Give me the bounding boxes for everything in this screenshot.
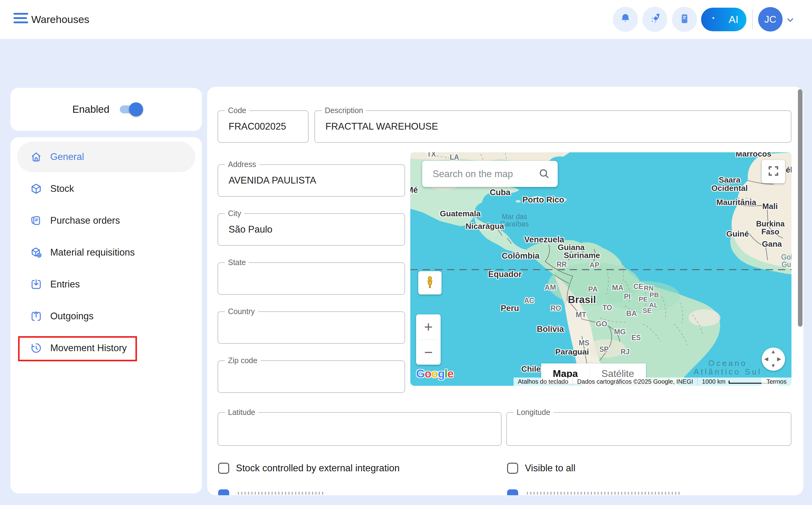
cube-plus-icon — [30, 246, 42, 259]
keyboard-shortcuts-link[interactable]: Atalhos do teclado — [514, 378, 573, 385]
sidebar-item-general[interactable]: General — [17, 142, 195, 172]
street-view-pegman-button[interactable] — [418, 271, 441, 295]
checkbox-checked-partial[interactable] — [507, 489, 518, 495]
clipped-label-fragment — [527, 492, 680, 495]
header-divider — [752, 9, 753, 29]
code-field-value: FRAC002025 — [218, 121, 286, 132]
sidebar-item-movement-history[interactable]: Movement History — [17, 333, 195, 363]
sparkle-icon: ✦ — [712, 16, 715, 20]
top-bar: Warehouses ✦ AI JC — [0, 0, 812, 39]
google-map[interactable]: TXLAMéCubaPorto RicoGuatemalaMar dasCara… — [410, 152, 792, 386]
enabled-label: Enabled — [72, 104, 110, 115]
ai-label: AI — [729, 13, 739, 25]
map-search-input[interactable]: Search on the map — [433, 169, 538, 180]
user-menu-chevron-icon[interactable] — [785, 15, 795, 26]
code-field-label: Code — [225, 106, 249, 115]
zip-code-field[interactable]: Zip code — [218, 360, 405, 393]
city-field-label: City — [225, 209, 244, 218]
general-form-card: Code FRAC002025 Description FRACTTAL WAR… — [207, 87, 803, 495]
tray-up-icon — [30, 310, 42, 322]
tray-down-icon — [30, 278, 42, 291]
map-fullscreen-button[interactable] — [762, 160, 785, 183]
sidebar-item-stock[interactable]: Stock — [17, 173, 195, 204]
docs-button[interactable] — [672, 7, 697, 32]
document-icon — [678, 13, 691, 26]
rocket-icon — [649, 13, 661, 26]
country-field[interactable]: Country — [218, 311, 405, 344]
zoom-in-button[interactable]: + — [416, 314, 441, 340]
city-field[interactable]: City São Paulo — [218, 213, 405, 246]
bell-icon — [619, 13, 631, 26]
fullscreen-icon — [767, 165, 780, 178]
stock-external-checkbox[interactable] — [218, 463, 229, 474]
sidebar-item-label: Outgoings — [50, 311, 93, 322]
pan-left-icon: ◀ — [764, 356, 768, 362]
map-search-box[interactable]: Search on the map — [422, 161, 558, 187]
stock-external-checkbox-label: Stock controlled by external integration — [236, 463, 400, 474]
latitude-field[interactable]: Latitude — [218, 412, 501, 446]
state-field[interactable]: State — [218, 262, 405, 295]
sidebar-item-label: Purchase orders — [50, 215, 120, 226]
address-field-label: Address — [225, 160, 259, 169]
visible-to-all-checkbox[interactable] — [507, 463, 518, 474]
state-field-label: State — [225, 258, 249, 267]
whats-new-button[interactable] — [642, 7, 667, 32]
map-canvas[interactable] — [410, 152, 792, 386]
visible-to-all-checkbox-label: Visible to all — [525, 463, 576, 474]
code-field[interactable]: Code FRAC002025 — [218, 110, 309, 143]
notifications-button[interactable] — [613, 7, 638, 32]
sidebar-item-entries[interactable]: Entries — [17, 269, 195, 300]
latitude-field-label: Latitude — [225, 408, 258, 417]
description-field[interactable]: Description FRACTTAL WAREHOUSE — [315, 110, 792, 143]
address-field[interactable]: Address AVENIDA PAULISTA — [218, 164, 405, 197]
search-icon[interactable] — [538, 168, 550, 180]
pan-up-icon: ▲ — [771, 349, 776, 355]
hamburger-menu-icon[interactable] — [13, 13, 29, 26]
sidebar-item-label: Movement History — [50, 343, 127, 354]
description-field-label: Description — [322, 106, 366, 115]
terms-link[interactable]: Termos — [762, 377, 792, 386]
map-data-attribution: Dados cartográficos ©2025 Google, INEGI — [573, 378, 697, 385]
visible-to-all-checkbox-row: Visible to all — [507, 463, 576, 474]
enabled-card: Enabled — [10, 88, 202, 131]
stock-external-checkbox-row: Stock controlled by external integration — [218, 463, 400, 474]
ai-assistant-button[interactable]: ✦ AI — [701, 8, 747, 31]
sidebar-item-purchase-orders[interactable]: Purchase orders — [17, 205, 195, 236]
user-avatar[interactable]: JC — [758, 7, 783, 31]
vertical-scrollbar[interactable] — [798, 89, 803, 327]
city-field-value: São Paulo — [218, 224, 272, 235]
checkbox-checked-partial[interactable] — [218, 489, 229, 495]
sidebar-item-label: General — [50, 151, 84, 162]
sidebar-item-material-requisitions[interactable]: Material requisitions — [17, 237, 195, 268]
pan-down-icon: ▼ — [771, 363, 776, 369]
sidebar-item-outgoings[interactable]: Outgoings — [17, 301, 195, 332]
page-header: FRACTTAL WAREHOUSE Save — [0, 39, 812, 75]
google-logo: Google — [416, 367, 453, 380]
pegman-icon — [423, 276, 437, 290]
pan-right-icon: ▶ — [777, 356, 781, 362]
address-field-value: AVENIDA PAULISTA — [218, 175, 316, 186]
longitude-field-label: Longitude — [514, 408, 553, 417]
enabled-toggle[interactable] — [120, 106, 140, 113]
cube-icon — [30, 183, 42, 195]
sidebar-item-label: Material requisitions — [50, 247, 135, 258]
zoom-out-button[interactable]: − — [416, 340, 441, 365]
map-zoom-control: + − — [416, 314, 441, 365]
longitude-field[interactable]: Longitude — [506, 412, 792, 446]
sidebar-item-label: Entries — [50, 279, 80, 290]
documents-icon — [30, 214, 42, 227]
country-field-label: Country — [225, 307, 258, 316]
home-icon — [30, 151, 42, 163]
map-pan-control[interactable]: ▲ ▼ ◀ ▶ — [762, 347, 785, 371]
map-attribution: Atalhos do teclado Dados cartográficos ©… — [514, 377, 779, 386]
warehouse-menu: General Stock Purchase orders Material r… — [10, 137, 202, 493]
avatar-initials: JC — [764, 14, 776, 25]
clipped-label-fragment — [238, 492, 324, 495]
history-icon — [30, 342, 42, 354]
sidebar-item-label: Stock — [50, 183, 74, 194]
app-title: Warehouses — [31, 13, 89, 25]
description-field-value: FRACTTAL WAREHOUSE — [315, 121, 438, 132]
zip-code-field-label: Zip code — [225, 356, 260, 365]
